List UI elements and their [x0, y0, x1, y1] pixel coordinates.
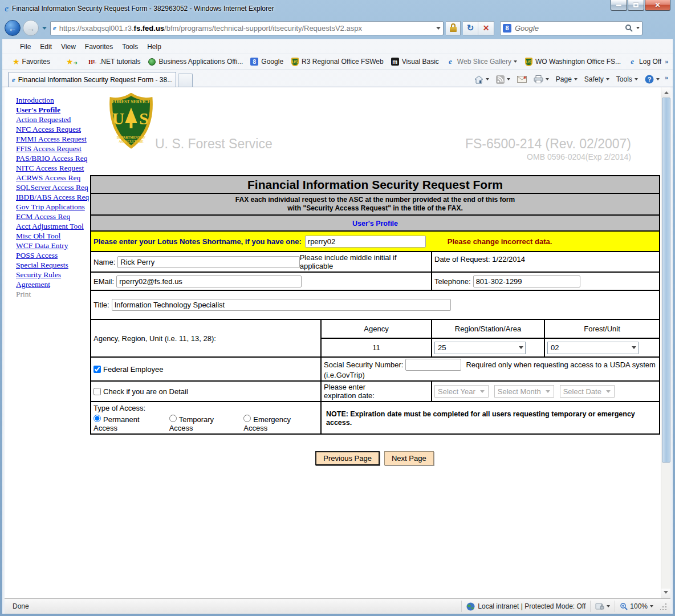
help-button[interactable]: ?	[642, 74, 662, 85]
overflow-chevron-icon[interactable]: »	[665, 74, 668, 81]
select-year-dropdown[interactable]: Select Year	[434, 385, 489, 398]
stop-button[interactable]: ✕	[478, 22, 494, 35]
resize-grip[interactable]	[660, 603, 667, 610]
emergency-access-radio[interactable]: Emergency Access	[243, 415, 314, 432]
new-tab-button[interactable]	[178, 74, 193, 87]
fs-shield-icon: US	[290, 57, 299, 66]
temporary-access-radio[interactable]: Temporary Access	[169, 415, 237, 432]
ssn-input[interactable]	[405, 359, 461, 371]
favorite-link-r3[interactable]: USR3 Regional Office FSWeb	[287, 56, 387, 67]
sidebar-item-agreement[interactable]: Agreement	[16, 279, 90, 289]
favorite-link-visual-basic[interactable]: mVisual Basic	[387, 56, 442, 67]
favorite-link-net-tutorials[interactable]: HL.NET tutorials	[84, 56, 144, 67]
shortname-input[interactable]	[305, 236, 426, 248]
sidebar-item-fmmi[interactable]: FMMI Access Request	[16, 134, 90, 144]
search-placeholder[interactable]: Google	[515, 24, 625, 33]
address-dropdown-icon[interactable]	[436, 27, 441, 32]
sidebar-item-nfc[interactable]: NFC Access Request	[16, 124, 90, 134]
menu-help[interactable]: Help	[143, 42, 165, 52]
sidebar-item-poss[interactable]: POSS Access	[16, 250, 90, 260]
select-month-dropdown[interactable]: Select Month	[494, 385, 554, 398]
favorite-link-web-slice[interactable]: eWeb Slice Gallery	[442, 56, 521, 67]
sidebar-item-acct-adjustment[interactable]: Acct Adjustment Tool	[16, 221, 90, 231]
chevron-down-icon	[635, 78, 638, 82]
name-input[interactable]	[117, 256, 299, 268]
close-button[interactable]: ✕	[645, 0, 670, 11]
favorite-link-logoff[interactable]: eLog Off	[624, 56, 665, 67]
zoom-control[interactable]: 100%	[615, 601, 658, 612]
menu-file[interactable]: File	[16, 42, 35, 52]
refresh-button[interactable]: ↻	[463, 22, 478, 35]
telephone-input[interactable]	[473, 275, 580, 287]
search-box[interactable]: 8 Google	[500, 21, 643, 35]
vertical-scrollbar[interactable]	[661, 87, 670, 598]
permanent-access-radio[interactable]: Permanent Access	[93, 415, 162, 432]
email-input[interactable]	[116, 275, 302, 287]
search-dropdown-icon[interactable]	[636, 27, 640, 31]
menu-favorites[interactable]: Favorites	[81, 42, 117, 52]
feeds-button[interactable]	[493, 74, 513, 85]
sidebar-item-pas-brio[interactable]: PAS/BRIO Access Req	[16, 153, 90, 163]
back-button[interactable]: ←	[5, 20, 21, 36]
page-menu-button[interactable]: Page	[553, 74, 580, 84]
forest-select[interactable]: 02	[547, 342, 639, 354]
sidebar-item-security-rules[interactable]: Security Rules	[16, 270, 90, 279]
search-icon[interactable]	[625, 24, 633, 32]
next-page-button[interactable]: Next Page	[384, 451, 434, 465]
sidebar-item-nitc[interactable]: NITC Access Request	[16, 163, 90, 173]
sidebar-item-action-requested[interactable]: Action Requested	[16, 115, 90, 124]
safety-menu-button[interactable]: Safety	[582, 74, 612, 84]
home-dropdown-icon[interactable]	[486, 78, 489, 82]
scrollbar-thumb[interactable]	[662, 98, 670, 463]
scroll-up-button[interactable]	[661, 87, 670, 97]
favorites-button[interactable]: ★Favorites	[8, 56, 55, 67]
title-input[interactable]	[112, 299, 451, 311]
scroll-down-button[interactable]	[661, 589, 670, 598]
print-button[interactable]	[531, 74, 552, 84]
title-bar[interactable]: e Financial Information Security Request…	[0, 0, 675, 17]
add-favorite-button[interactable]: ★➜	[62, 56, 84, 67]
previous-page-button[interactable]: Previous Page	[315, 451, 380, 465]
security-lock-button[interactable]	[446, 21, 461, 35]
favorite-link-wo[interactable]: USWO Washington Office FS...	[521, 56, 624, 67]
menu-view[interactable]: View	[57, 42, 80, 52]
shortname-label: Please enter your Lotus Notes Shortname,…	[93, 237, 302, 246]
address-bar[interactable]: e https://sxabqsql001.r3.fs.fed.us/bfm/p…	[50, 21, 444, 35]
menu-tools[interactable]: Tools	[118, 42, 142, 52]
print-dropdown-icon[interactable]	[546, 78, 549, 82]
sidebar-item-sqlserver[interactable]: SQLServer Access Req	[16, 183, 90, 192]
sidebar-item-ecm[interactable]: ECM Access Req	[16, 212, 90, 221]
sidebar-item-wcf[interactable]: WCF Data Entry	[16, 241, 90, 250]
sidebar-item-ibdb-abs[interactable]: IBDB/ABS Access Req	[16, 192, 90, 202]
sidebar-item-special-requests[interactable]: Special Requests	[16, 260, 90, 270]
mail-button[interactable]	[514, 75, 530, 84]
feeds-dropdown-icon[interactable]	[507, 78, 510, 82]
globe-icon	[466, 602, 475, 611]
help-dropdown-icon[interactable]	[656, 78, 660, 82]
sidebar-item-users-profile[interactable]: User's Profile	[16, 105, 90, 115]
sidebar-item-acrws[interactable]: ACRWS Access Req	[16, 173, 90, 183]
url-text[interactable]: https://sxabqsql001.r3.fs.fed.us/bfm/pro…	[59, 24, 436, 33]
sidebar-item-ffis[interactable]: FFIS Access Request	[16, 144, 90, 153]
menu-edit[interactable]: Edit	[36, 42, 56, 52]
history-dropdown-icon[interactable]	[42, 27, 47, 32]
federal-employee-checkbox[interactable]: Federal Employee	[93, 365, 318, 374]
overflow-chevron-icon[interactable]: »	[665, 58, 668, 65]
maximize-button[interactable]	[628, 0, 644, 11]
forward-button[interactable]: →	[23, 20, 39, 36]
tab-active[interactable]: e Financial Information Security Request…	[8, 72, 176, 87]
region-select[interactable]: 25	[434, 342, 526, 354]
telephone-label: Telephone:	[434, 277, 471, 286]
protected-mode-button[interactable]	[590, 601, 615, 612]
sidebar-item-introduction[interactable]: Introduction	[16, 95, 90, 105]
select-date-dropdown[interactable]: Select Date	[560, 385, 615, 398]
tools-menu-button[interactable]: Tools	[613, 74, 641, 84]
on-detail-checkbox[interactable]: Check if you are on Detail	[93, 387, 318, 396]
favorite-link-google[interactable]: 8Google	[246, 56, 287, 67]
home-button[interactable]	[471, 74, 492, 85]
sidebar-item-misc-obl[interactable]: Misc Obl Tool	[16, 231, 90, 241]
favorite-link-business-apps[interactable]: Business Applications Offi...	[144, 56, 247, 67]
minimize-button[interactable]	[611, 0, 627, 11]
hl-icon: HL	[88, 57, 97, 66]
sidebar-item-govtrip[interactable]: Gov Trip Applications	[16, 202, 90, 212]
